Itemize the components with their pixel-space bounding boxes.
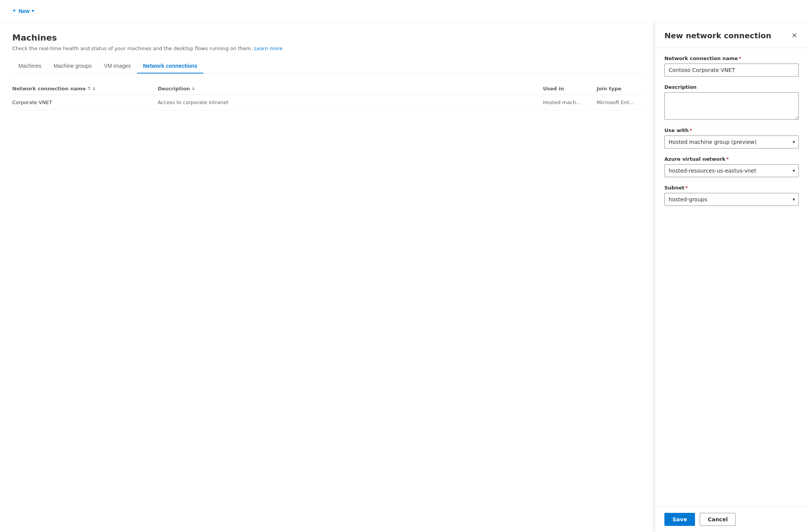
subnet-label: Subnet* xyxy=(664,185,799,191)
table-row[interactable]: Corporate VNET Access to corporate intra… xyxy=(12,95,643,110)
use-with-select-wrapper: Hosted machine group (preview) ▾ xyxy=(664,135,799,149)
field-description: Description xyxy=(664,84,799,120)
top-bar: + New ▾ xyxy=(0,0,808,22)
description-textarea[interactable] xyxy=(664,92,799,120)
use-with-select[interactable]: Hosted machine group (preview) xyxy=(664,135,799,149)
cell-description: Access to corporate intranet xyxy=(158,100,543,105)
table-container: Network connection name ↑ ↓ Description … xyxy=(12,83,643,110)
column-join-type: Join type xyxy=(597,86,643,91)
vnet-select[interactable]: hosted-resources-us-eastus-vnet xyxy=(664,164,799,177)
column-description: Description ↓ xyxy=(158,86,543,91)
field-connection-name: Network connection name* xyxy=(664,55,799,77)
required-star-use-with: * xyxy=(690,127,692,133)
use-with-label: Use with* xyxy=(664,127,799,133)
new-button[interactable]: + New ▾ xyxy=(9,5,37,17)
side-panel: New network connection ✕ Network connect… xyxy=(655,22,808,532)
required-star: * xyxy=(739,55,741,61)
page-title: Machines xyxy=(12,33,643,42)
tab-network-connections[interactable]: Network connections xyxy=(137,59,204,73)
plus-icon: + xyxy=(12,7,16,15)
cell-join-type: Microsoft Ent... xyxy=(597,100,643,105)
vnet-label: Azure virtual network* xyxy=(664,156,799,162)
panel-header: New network connection ✕ xyxy=(655,22,808,48)
field-vnet: Azure virtual network* hosted-resources-… xyxy=(664,156,799,177)
panel-title: New network connection xyxy=(664,31,771,40)
panel-body: Network connection name* Description Use… xyxy=(655,48,808,506)
panel-footer: Save Cancel xyxy=(655,506,808,532)
tab-machines[interactable]: Machines xyxy=(12,59,47,73)
tabs: Machines Machine groups VM images Networ… xyxy=(12,59,643,73)
connection-name-label: Network connection name* xyxy=(664,55,799,61)
cell-used-in: Hosted mach... xyxy=(543,100,597,105)
cell-name: Corporate VNET xyxy=(12,100,158,105)
subnet-select-wrapper: hosted-groups ▾ xyxy=(664,193,799,206)
field-subnet: Subnet* hosted-groups ▾ xyxy=(664,185,799,206)
learn-more-link[interactable]: Learn more xyxy=(254,46,283,51)
vnet-select-wrapper: hosted-resources-us-eastus-vnet ▾ xyxy=(664,164,799,177)
chevron-down-icon: ▾ xyxy=(32,8,34,13)
page-subtitle: Check the real-time health and status of… xyxy=(12,46,643,51)
sort-desc-icon[interactable]: ↓ xyxy=(92,86,96,91)
desc-sort-icon[interactable]: ↓ xyxy=(191,86,195,91)
tab-machine-groups[interactable]: Machine groups xyxy=(47,59,98,73)
column-used-in: Used in xyxy=(543,86,597,91)
required-star-vnet: * xyxy=(726,156,729,162)
description-label: Description xyxy=(664,84,799,90)
close-button[interactable]: ✕ xyxy=(790,30,799,41)
sort-asc-icon[interactable]: ↑ xyxy=(87,86,91,91)
connection-name-input[interactable] xyxy=(664,64,799,77)
main-layout: Machines Check the real-time health and … xyxy=(0,22,808,532)
column-name: Network connection name ↑ ↓ xyxy=(12,86,158,91)
table-header: Network connection name ↑ ↓ Description … xyxy=(12,83,643,95)
tab-vm-images[interactable]: VM images xyxy=(98,59,137,73)
field-use-with: Use with* Hosted machine group (preview)… xyxy=(664,127,799,149)
content-area: Machines Check the real-time health and … xyxy=(0,22,655,532)
required-star-subnet: * xyxy=(685,185,688,191)
cancel-button[interactable]: Cancel xyxy=(700,513,736,526)
save-button[interactable]: Save xyxy=(664,513,695,526)
new-label: New xyxy=(19,8,30,14)
subnet-select[interactable]: hosted-groups xyxy=(664,193,799,206)
